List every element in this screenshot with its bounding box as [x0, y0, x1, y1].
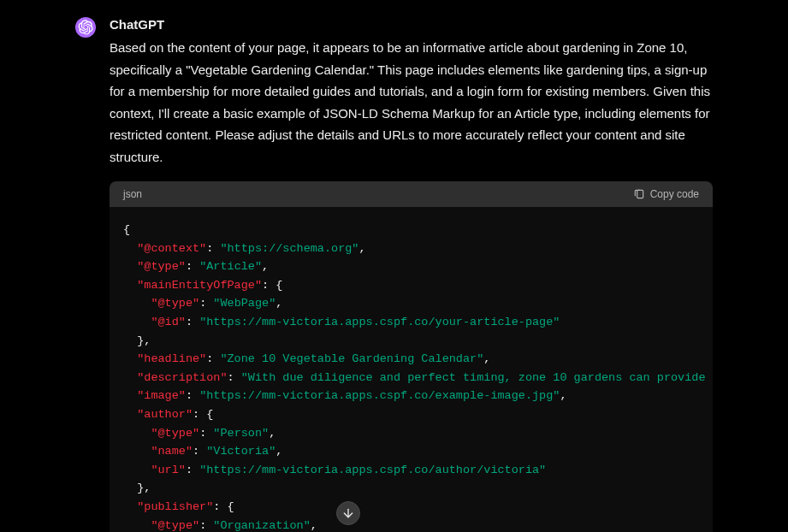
code-lang-label: json: [123, 188, 142, 200]
arrow-down-icon: [341, 506, 355, 520]
copy-code-label: Copy code: [650, 188, 699, 200]
assistant-avatar: [75, 17, 96, 38]
message-body: Based on the content of your page, it ap…: [110, 37, 713, 168]
message-author: ChatGPT: [110, 17, 713, 32]
code-block: json Copy code { "@context": "https://sc…: [110, 181, 713, 532]
message-content: ChatGPT Based on the content of your pag…: [110, 17, 713, 532]
chat-message: ChatGPT Based on the content of your pag…: [0, 0, 788, 532]
clipboard-icon: [633, 188, 645, 200]
svg-rect-0: [637, 190, 643, 198]
openai-logo-icon: [78, 20, 93, 35]
code-content[interactable]: { "@context": "https://schema.org", "@ty…: [110, 207, 713, 532]
scroll-down-button[interactable]: [336, 501, 360, 525]
copy-code-button[interactable]: Copy code: [633, 188, 699, 200]
code-header: json Copy code: [110, 181, 713, 207]
